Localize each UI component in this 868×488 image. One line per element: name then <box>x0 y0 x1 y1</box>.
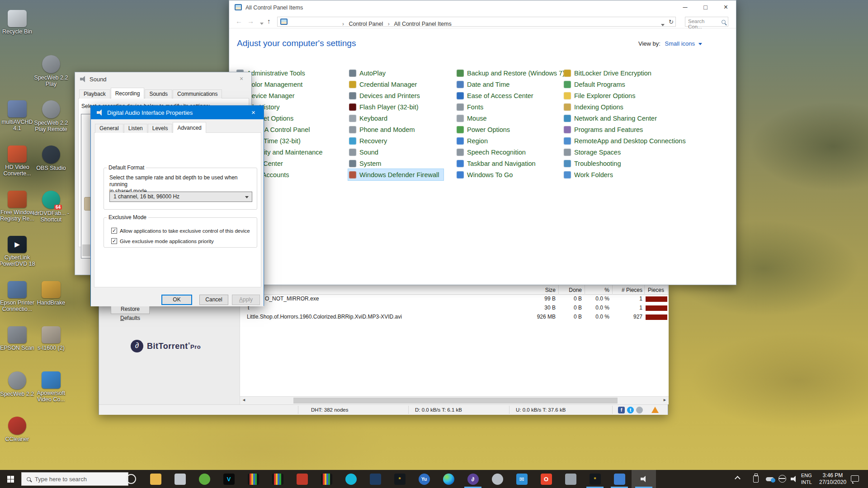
cp-item-default-programs[interactable]: Default Programs <box>563 79 630 90</box>
clock[interactable]: 3:46 PM 27/10/2020 <box>819 472 846 486</box>
maximize-button[interactable]: □ <box>695 0 716 14</box>
exclusive-control-checkbox-row[interactable]: ✓ Allow applications to take exclusive c… <box>111 228 250 234</box>
taskbar-media-app-2-icon[interactable] <box>265 470 290 488</box>
close-button[interactable]: × <box>716 0 736 14</box>
desktop-icon-s-l1600-2[interactable]: s-l1600 (2) <box>32 326 71 351</box>
taskbar-video-editor-icon[interactable] <box>168 470 192 488</box>
tab-playback[interactable]: Playback <box>79 89 110 99</box>
cp-item-backup-and-restore-windows-7[interactable]: Backup and Restore (Windows 7) <box>456 67 569 79</box>
column-header--pieces[interactable]: # Pieces <box>622 287 642 293</box>
column-header-size[interactable]: Size <box>545 287 556 293</box>
cp-item-sound[interactable]: Sound <box>348 146 383 158</box>
facebook-icon[interactable]: f <box>618 407 625 413</box>
taskbar-search-box[interactable]: Type here to search <box>21 472 128 486</box>
properties-titlebar[interactable]: Digital Audio Interface Properties × <box>91 106 264 119</box>
tab-recording[interactable]: Recording <box>111 88 145 99</box>
cp-item-recovery[interactable]: Recovery <box>348 135 392 146</box>
desktop-icon-apowersoft-video-co[interactable]: Apowersoft Video Co... <box>32 371 71 403</box>
cp-item-keyboard[interactable]: Keyboard <box>348 113 392 124</box>
close-icon[interactable]: × <box>243 106 264 119</box>
cp-item-ease-of-access-center[interactable]: Ease of Access Center <box>456 90 538 101</box>
cp-item-file-explorer-options[interactable]: File Explorer Options <box>563 90 640 101</box>
priority-checkbox-row[interactable]: ✓ Give exclusive mode applications prior… <box>111 238 214 244</box>
control-panel-titlebar[interactable]: All Control Panel Items ─ □ × <box>229 0 736 15</box>
taskbar-yu-app-icon[interactable]: Yu <box>412 470 436 488</box>
desktop-icon-specweb-2-2[interactable]: SpecWeb 2.2 <box>0 371 37 397</box>
taskbar-control-panel-icon[interactable] <box>607 470 632 488</box>
taskbar-office-icon[interactable]: O <box>534 470 558 488</box>
breadcrumb-control-panel[interactable]: Control Panel <box>349 21 383 27</box>
desktop-icon-obs-studio[interactable]: OBS Studio <box>32 145 71 171</box>
tab-advanced[interactable]: Advanced <box>173 122 206 133</box>
address-dropdown-icon[interactable] <box>659 21 665 29</box>
cp-item-remoteapp-and-desktop-connections[interactable]: RemoteApp and Desktop Connections <box>563 135 690 146</box>
desktop-icon-handbrake[interactable]: HandBrake <box>32 281 71 306</box>
taskbar-cortana-icon[interactable] <box>119 470 143 488</box>
cp-item-devices-and-printers[interactable]: Devices and Printers <box>348 90 425 101</box>
cp-item-autoplay[interactable]: AutoPlay <box>348 67 390 79</box>
desktop-icon-free-window-registry-re[interactable]: Free Window Registry Re... <box>0 191 37 222</box>
checkbox-checked-icon[interactable]: ✓ <box>111 238 117 244</box>
breadcrumb-all-items[interactable]: All Control Panel Items <box>394 21 452 27</box>
cp-item-windows-defender-firewall[interactable]: Windows Defender Firewall <box>348 169 443 180</box>
cp-item-fonts[interactable]: Fonts <box>456 101 488 113</box>
language-indicator[interactable]: ENG INTL <box>801 472 812 486</box>
taskbar-green-app-icon[interactable] <box>192 470 217 488</box>
column-header--[interactable]: % <box>604 287 609 293</box>
ok-button[interactable]: OK <box>161 295 192 305</box>
address-bar[interactable]: › Control Panel › All Control Panel Item… <box>277 17 676 27</box>
view-by-value[interactable]: Small icons <box>665 40 695 47</box>
taskbar-sound-speaker-icon[interactable] <box>632 470 656 488</box>
tab-levels[interactable]: Levels <box>148 124 173 133</box>
warning-icon[interactable] <box>651 407 659 413</box>
up-icon[interactable]: ↑ <box>267 17 271 25</box>
usb-tray-icon[interactable] <box>753 475 759 483</box>
taskbar-powerdvd-icon[interactable] <box>339 470 363 488</box>
cp-item-flash-player-32-bit[interactable]: Flash Player (32-bit) <box>348 101 423 113</box>
desktop-icon-specweb-2-2-play[interactable]: SpecWeb 2.2 Play <box>32 55 71 87</box>
cp-item-speech-recognition[interactable]: Speech Recognition <box>456 146 530 158</box>
tab-general[interactable]: General <box>95 124 123 133</box>
tray-chevron-icon[interactable] <box>735 476 741 482</box>
cp-item-region[interactable]: Region <box>456 135 492 146</box>
taskbar-media-bag-icon[interactable] <box>314 470 339 488</box>
cp-item-date-and-time[interactable]: Date and Time <box>456 79 514 90</box>
forward-icon[interactable]: → <box>247 17 254 25</box>
history-chevron-icon[interactable] <box>258 19 264 28</box>
cp-item-storage-spaces[interactable]: Storage Spaces <box>563 146 625 158</box>
tab-communications[interactable]: Communications <box>173 89 222 99</box>
globe-icon[interactable] <box>636 407 643 413</box>
cp-item-power-options[interactable]: Power Options <box>456 124 514 135</box>
network-tray-icon[interactable] <box>778 475 786 483</box>
column-header-done[interactable]: Done <box>569 287 582 293</box>
desktop-icon-cyberlink-powerdvd-18[interactable]: ▶CyberLink PowerDVD 18 <box>0 236 37 267</box>
cp-item-network-and-sharing-center[interactable]: Network and Sharing Center <box>563 113 661 124</box>
back-icon[interactable]: ← <box>236 17 242 25</box>
onedrive-tray-icon[interactable] <box>766 477 774 481</box>
desktop-icon-specweb-2-2-play-remote[interactable]: SpecWeb 2.2 Play Remote <box>32 100 71 132</box>
cp-item-phone-and-modem[interactable]: Phone and Modem <box>348 124 420 135</box>
taskbar-gears-app-icon[interactable]: * <box>387 470 412 488</box>
desktop-icon-recycle-bin[interactable]: Recycle Bin <box>0 10 37 35</box>
taskbar-file-explorer-icon[interactable] <box>143 470 168 488</box>
taskbar-mail-icon[interactable]: ✉ <box>509 470 534 488</box>
scroll-left-icon[interactable]: ◄ <box>242 398 246 402</box>
sample-rate-dropdown[interactable]: 1 channel, 16 bit, 96000 Hz <box>109 192 252 202</box>
start-button[interactable] <box>0 470 21 488</box>
checkbox-checked-icon[interactable]: ✓ <box>111 228 117 234</box>
cp-item-mouse[interactable]: Mouse <box>456 113 491 124</box>
taskbar-red-media-app-icon[interactable] <box>290 470 314 488</box>
taskbar-vsdc-icon[interactable]: V <box>217 470 241 488</box>
cp-item-work-folders[interactable]: Work Folders <box>563 169 618 180</box>
taskbar-specweb-docs-icon[interactable] <box>363 470 387 488</box>
tab-sounds[interactable]: Sounds <box>145 89 172 99</box>
cp-item-windows-to-go[interactable]: Windows To Go <box>456 169 517 180</box>
torrent-list-header[interactable]: SizeDone%# PiecesPieces <box>240 285 669 295</box>
twitter-icon[interactable]: t <box>627 407 634 413</box>
horizontal-scrollbar[interactable]: ◄ ► <box>240 396 669 404</box>
tab-listen[interactable]: Listen <box>124 124 147 133</box>
taskbar-gears-app-2-icon[interactable]: * <box>583 470 607 488</box>
column-header-pieces[interactable]: Pieces <box>648 287 664 293</box>
cancel-button[interactable]: Cancel <box>199 295 228 305</box>
close-icon[interactable]: × <box>231 72 251 85</box>
